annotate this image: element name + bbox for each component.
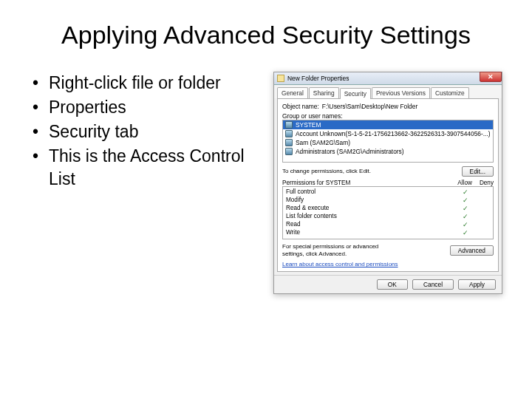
user-icon [285, 130, 293, 137]
apply-button[interactable]: Apply [458, 279, 496, 290]
user-row[interactable]: Administrators (SAM2G\Administrators) [283, 147, 493, 156]
user-icon [285, 148, 293, 155]
advanced-hint: For special permissions or advanced sett… [282, 243, 393, 257]
list-item: •Security tab [33, 120, 259, 143]
perm-row: List folder contents✓ [283, 212, 493, 220]
tab-general[interactable]: General [277, 87, 308, 98]
deny-header: Deny [480, 180, 494, 186]
user-row[interactable]: Sam (SAM2G\Sam) [283, 138, 493, 147]
edit-hint: To change permissions, click Edit. [282, 168, 371, 175]
titlebar[interactable]: New Folder Properties ✕ [274, 72, 502, 85]
list-item: •Properties [33, 96, 259, 119]
properties-dialog: New Folder Properties ✕ General Sharing … [273, 72, 502, 294]
tab-customize[interactable]: Customize [431, 87, 469, 98]
user-list[interactable]: SYSTEM Account Unknown(S-1-5-21-17562136… [282, 120, 494, 163]
user-row-system[interactable]: SYSTEM [283, 120, 493, 129]
folder-icon [277, 75, 284, 82]
perm-row: Write✓ [283, 228, 493, 236]
bullet-list: •Right-click file or folder •Properties … [30, 72, 259, 294]
ok-button[interactable]: OK [377, 279, 408, 290]
slide-title: Applying Advanced Security Settings [30, 21, 502, 50]
user-icon [285, 121, 293, 129]
perm-row: Modify✓ [283, 196, 493, 204]
tab-sharing[interactable]: Sharing [309, 87, 339, 98]
user-icon [285, 139, 293, 146]
advanced-button[interactable]: Advanced [450, 245, 494, 256]
list-item: •Right-click file or folder [33, 72, 259, 95]
edit-button[interactable]: Edit... [462, 166, 494, 177]
perm-row: Read✓ [283, 220, 493, 228]
permissions-label: Permissions for [282, 180, 326, 186]
object-name-value: F:\Users\Sam\Desktop\New Folder [322, 103, 417, 110]
dialog-title: New Folder Properties [287, 75, 349, 82]
perm-row: Full control✓ [283, 188, 493, 196]
check-icon: ✓ [457, 205, 474, 212]
cancel-button[interactable]: Cancel [412, 279, 454, 290]
group-users-label: Group or user names: [282, 112, 494, 120]
permissions-target: SYSTEM [326, 180, 351, 186]
tab-previous-versions[interactable]: Previous Versions [372, 87, 430, 98]
list-item: •This is the Access Control List [33, 145, 259, 191]
tab-security[interactable]: Security [340, 88, 371, 99]
security-pane: Object name: F:\Users\Sam\Desktop\New Fo… [277, 98, 499, 272]
check-icon: ✓ [457, 221, 474, 228]
check-icon: ✓ [457, 213, 474, 220]
dialog-buttons: OK Cancel Apply [274, 275, 502, 293]
learn-link[interactable]: Learn about access control and permissio… [282, 261, 398, 267]
permissions-list[interactable]: Full control✓ Modify✓ Read & execute✓ Li… [282, 186, 494, 239]
close-button[interactable]: ✕ [480, 72, 502, 82]
object-name-label: Object name: [282, 103, 319, 110]
tab-strip: General Sharing Security Previous Versio… [274, 85, 502, 98]
user-row[interactable]: Account Unknown(S-1-5-21-1756213662-3622… [283, 129, 493, 138]
check-icon: ✓ [457, 229, 474, 236]
allow-header: Allow [457, 180, 472, 186]
check-icon: ✓ [457, 197, 474, 204]
perm-row: Read & execute✓ [283, 204, 493, 212]
check-icon: ✓ [457, 188, 474, 196]
